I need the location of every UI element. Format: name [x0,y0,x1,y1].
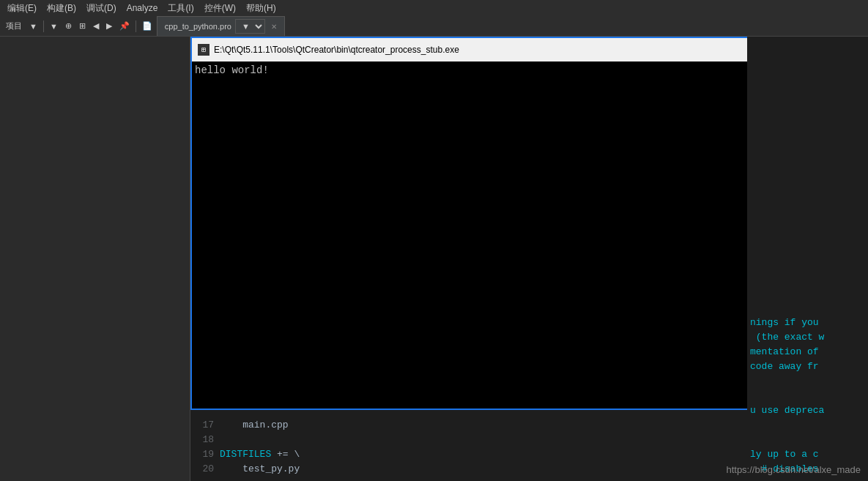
table-row: 17 main.cpp [190,420,747,434]
toolbar-forward[interactable]: ▶ [103,20,115,32]
line-number: 18 [190,434,220,445]
main-area: ⊞ E:\Qt\Qt5.11.1\Tools\QtCreator\bin\qtc… [0,37,868,481]
tab-label: cpp_to_python.pro [165,22,231,31]
right-code-area: nings if you (the exact w mentation of c… [747,270,868,481]
tab-dropdown[interactable]: ▼ [235,19,265,34]
terminal-titlebar: ⊞ E:\Qt\Qt5.11.1\Tools\QtCreator\bin\qtc… [192,38,747,61]
right-line-3: mentation of [747,346,868,361]
menu-debug[interactable]: 调试(D) [82,1,121,16]
code-area: ⊞ E:\Qt\Qt5.11.1\Tools\QtCreator\bin\qtc… [190,37,747,481]
right-line-5 [747,376,868,390]
right-line-7: u use depreca [747,405,868,420]
watermark: https://blog.csdn.net/alxe_made [726,464,861,475]
terminal-window: ⊞ E:\Qt\Qt5.11.1\Tools\QtCreator\bin\qtc… [190,37,747,410]
menu-bar: 编辑(E) 构建(B) 调试(D) Analyze 工具(I) 控件(W) 帮助… [0,0,868,16]
right-line-1: nings if you [747,317,868,332]
tab-cpp-python[interactable]: cpp_to_python.pro ▼ ✕ [157,16,285,36]
line-code: main.cpp [220,420,289,430]
terminal-title-text: E:\Qt\Qt5.11.1\Tools\QtCreator\bin\qtcre… [214,45,747,55]
toolbar-sep2 [136,20,136,32]
toolbar-dropdown[interactable]: ▼ [26,20,40,32]
table-row: 18 [190,434,747,449]
toolbar-add[interactable]: ⊞ [76,20,89,32]
toolbar-separator [43,20,44,32]
toolbar-pin[interactable]: 📌 [116,20,133,32]
terminal-output: hello world! [195,64,747,76]
menu-analyze[interactable]: Analyze [122,1,163,15]
menu-tools[interactable]: 工具(I) [163,1,198,16]
tab-close-btn[interactable]: ✕ [271,23,277,31]
line-code: DISTFILES += \ [220,449,300,460]
right-line-10: ly up to a c [747,449,868,463]
line-number: 19 [190,449,220,460]
line-number: 20 [190,463,220,474]
menu-help[interactable]: 帮助(H) [242,1,281,16]
menu-widget[interactable]: 控件(W) [200,1,240,16]
toolbar-file-icon: 📄 [139,20,155,32]
right-line-6 [747,390,868,405]
right-line-8 [747,420,868,434]
toolbar-filter[interactable]: ▼ [47,20,61,32]
table-row: 19 DISTFILES += \ [190,449,747,463]
right-line-9 [747,434,868,449]
toolbar: 项目 ▼ ▼ ⊕ ⊞ ◀ ▶ 📌 📄 cpp_to_python.pro ▼ ✕ [0,16,868,37]
terminal-app-icon: ⊞ [198,44,209,56]
project-label: 项目 [3,20,25,31]
table-row: 20 test_py.py [190,463,747,478]
line-code: test_py.py [220,463,300,474]
left-panel [0,37,190,481]
terminal-body[interactable]: hello world! [192,61,747,409]
line-number: 17 [190,420,220,430]
menu-build[interactable]: 构建(B) [42,1,81,16]
menu-edit[interactable]: 编辑(E) [3,1,41,16]
right-panel: nings if you (the exact w mentation of c… [747,37,868,481]
code-content: 17 main.cpp 18 19 DISTFILES += \ 20 test… [190,417,747,481]
toolbar-link[interactable]: ⊕ [62,20,75,32]
right-line-2: (the exact w [747,332,868,346]
right-line-4: code away fr [747,361,868,376]
toolbar-back[interactable]: ◀ [90,20,102,32]
